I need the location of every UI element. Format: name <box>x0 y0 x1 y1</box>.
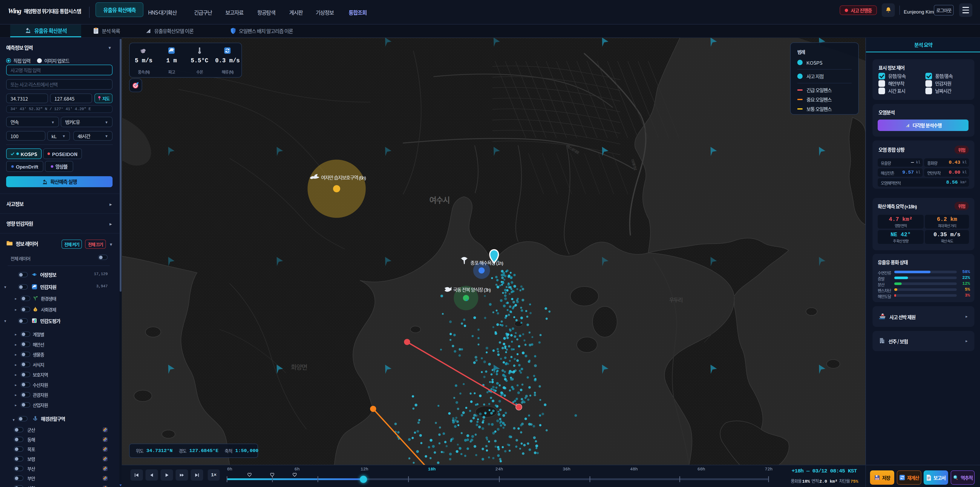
svg-text:화양면: 화양면 <box>291 362 307 371</box>
svg-text:우두리: 우두리 <box>669 296 682 303</box>
svg-text:종포 해수욕장 (1h): 종포 해수욕장 (1h) <box>470 259 503 266</box>
svg-text:여수시: 여수시 <box>429 194 450 205</box>
svg-text:국동 전복 양식장 (3h): 국동 전복 양식장 (3h) <box>453 286 491 293</box>
svg-text:여자만 습지보호구역 (6h): 여자만 습지보호구역 (6h) <box>321 174 366 181</box>
